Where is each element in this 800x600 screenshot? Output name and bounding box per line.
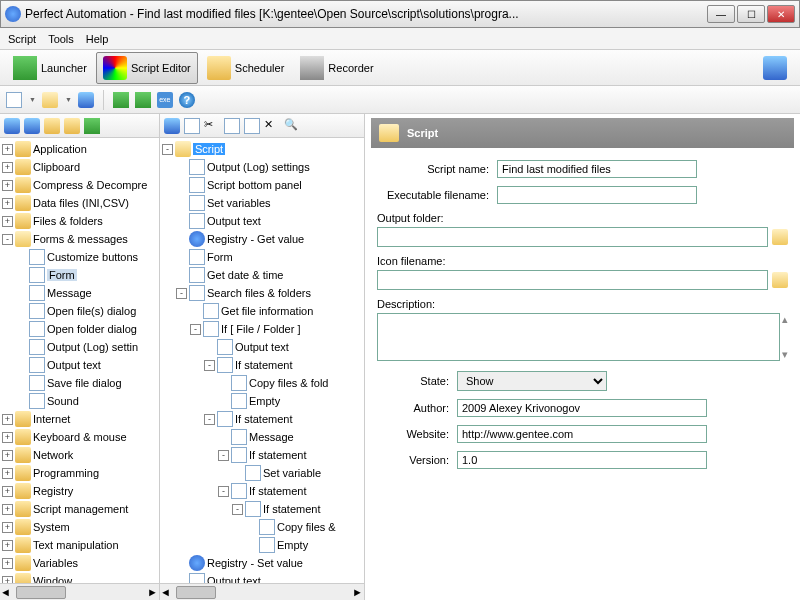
tree-item[interactable]: -Script bbox=[162, 140, 362, 158]
desc-input[interactable] bbox=[377, 313, 780, 361]
expand-icon[interactable]: + bbox=[2, 486, 13, 497]
expand-icon[interactable]: + bbox=[2, 522, 13, 533]
tab-script-editor[interactable]: Script Editor bbox=[96, 52, 198, 84]
expand-icon[interactable]: + bbox=[2, 504, 13, 515]
tool-icon-2[interactable] bbox=[24, 118, 40, 134]
tree-item[interactable]: +Registry bbox=[2, 482, 157, 500]
tree-item[interactable]: Open folder dialog bbox=[2, 320, 157, 338]
tree-item[interactable]: +Files & folders bbox=[2, 212, 157, 230]
tree-item[interactable]: Empty bbox=[162, 392, 362, 410]
tree-item[interactable]: Output text bbox=[2, 356, 157, 374]
menu-tools[interactable]: Tools bbox=[48, 33, 74, 45]
tree-item[interactable]: Output (Log) settings bbox=[162, 158, 362, 176]
expand-icon[interactable]: + bbox=[2, 144, 13, 155]
tool-icon-1[interactable] bbox=[4, 118, 20, 134]
menu-script[interactable]: Script bbox=[8, 33, 36, 45]
tree-item[interactable]: Set variable bbox=[162, 464, 362, 482]
tree-item[interactable]: -If statement bbox=[162, 482, 362, 500]
tree-item[interactable]: Save file dialog bbox=[2, 374, 157, 392]
expand-icon[interactable]: + bbox=[2, 198, 13, 209]
tree-item[interactable]: -Search files & folders bbox=[162, 284, 362, 302]
tree-item[interactable]: Get date & time bbox=[162, 266, 362, 284]
tree-item[interactable]: +Network bbox=[2, 446, 157, 464]
tree-item[interactable]: Copy files & fold bbox=[162, 374, 362, 392]
outfolder-input[interactable] bbox=[377, 227, 768, 247]
expand-icon[interactable]: + bbox=[2, 216, 13, 227]
tree-item[interactable]: Form bbox=[2, 266, 157, 284]
tree-item[interactable]: -If statement bbox=[162, 410, 362, 428]
leftpane-hscroll[interactable]: ◄► bbox=[0, 583, 159, 600]
copy-icon[interactable] bbox=[224, 118, 240, 134]
author-input[interactable] bbox=[457, 399, 707, 417]
back-icon[interactable] bbox=[164, 118, 180, 134]
tree-item[interactable]: -If statement bbox=[162, 356, 362, 374]
tree-item[interactable]: Output (Log) settin bbox=[2, 338, 157, 356]
tree-item[interactable]: -If statement bbox=[162, 500, 362, 518]
execfile-input[interactable] bbox=[497, 186, 697, 204]
settings-button[interactable] bbox=[756, 52, 794, 84]
expand-icon[interactable]: + bbox=[2, 540, 13, 551]
exe-icon[interactable]: exe bbox=[157, 92, 173, 108]
run-icon[interactable] bbox=[113, 92, 129, 108]
tree-item[interactable]: +Clipboard bbox=[2, 158, 157, 176]
tree-item[interactable]: Sound bbox=[2, 392, 157, 410]
state-select[interactable]: Show bbox=[457, 371, 607, 391]
close-button[interactable]: ✕ bbox=[767, 5, 795, 23]
tree-item[interactable]: Customize buttons bbox=[2, 248, 157, 266]
tree-item[interactable]: Output text bbox=[162, 212, 362, 230]
tree-item[interactable]: Form bbox=[162, 248, 362, 266]
open-icon[interactable] bbox=[42, 92, 58, 108]
scroll-up-icon[interactable]: ▴ bbox=[782, 313, 788, 326]
tree-item[interactable]: +Programming bbox=[2, 464, 157, 482]
maximize-button[interactable]: ☐ bbox=[737, 5, 765, 23]
tree-item[interactable]: Output text bbox=[162, 572, 362, 583]
midpane-hscroll[interactable]: ◄► bbox=[160, 583, 364, 600]
insert-icon[interactable] bbox=[84, 118, 100, 134]
expand-icon[interactable]: + bbox=[2, 180, 13, 191]
tree-item[interactable]: Open file(s) dialog bbox=[2, 302, 157, 320]
tree-item[interactable]: Message bbox=[162, 428, 362, 446]
help-icon[interactable]: ? bbox=[179, 92, 195, 108]
expand-icon[interactable]: - bbox=[218, 486, 229, 497]
expand-icon[interactable]: + bbox=[2, 576, 13, 584]
menu-help[interactable]: Help bbox=[86, 33, 109, 45]
expand-icon[interactable]: - bbox=[204, 414, 215, 425]
paste-icon[interactable] bbox=[244, 118, 260, 134]
tool-icon-4[interactable] bbox=[64, 118, 80, 134]
expand-icon[interactable]: - bbox=[232, 504, 243, 515]
tree-item[interactable]: -If [ File / Folder ] bbox=[162, 320, 362, 338]
expand-icon[interactable]: - bbox=[162, 144, 173, 155]
expand-icon[interactable]: + bbox=[2, 450, 13, 461]
tree-item[interactable]: +Script management bbox=[2, 500, 157, 518]
expand-icon[interactable]: - bbox=[204, 360, 215, 371]
tree-item[interactable]: Message bbox=[2, 284, 157, 302]
expand-icon[interactable]: - bbox=[2, 234, 13, 245]
delete-icon[interactable]: ✕ bbox=[264, 118, 280, 134]
tab-launcher[interactable]: Launcher bbox=[6, 52, 94, 84]
cut-icon[interactable]: ✂ bbox=[204, 118, 220, 134]
save-icon[interactable] bbox=[78, 92, 94, 108]
tree-item[interactable]: +Keyboard & mouse bbox=[2, 428, 157, 446]
tree-item[interactable]: Registry - Get value bbox=[162, 230, 362, 248]
new-icon[interactable] bbox=[6, 92, 22, 108]
iconfile-input[interactable] bbox=[377, 270, 768, 290]
expand-icon[interactable]: - bbox=[176, 288, 187, 299]
expand-icon[interactable]: + bbox=[2, 162, 13, 173]
browse-icon-icon[interactable] bbox=[772, 272, 788, 288]
tree-item[interactable]: Set variables bbox=[162, 194, 362, 212]
commands-tree[interactable]: +Application+Clipboard+Compress & Decomp… bbox=[0, 138, 159, 583]
tree-item[interactable]: +Window bbox=[2, 572, 157, 583]
tab-recorder[interactable]: Recorder bbox=[293, 52, 380, 84]
tree-item[interactable]: Copy files & bbox=[162, 518, 362, 536]
tree-item[interactable]: -Forms & messages bbox=[2, 230, 157, 248]
expand-icon[interactable]: - bbox=[190, 324, 201, 335]
scroll-down-icon[interactable]: ▾ bbox=[782, 348, 788, 361]
tree-item[interactable]: -If statement bbox=[162, 446, 362, 464]
tool-icon-3[interactable] bbox=[44, 118, 60, 134]
tree-item[interactable]: +Variables bbox=[2, 554, 157, 572]
script-tree[interactable]: -ScriptOutput (Log) settingsScript botto… bbox=[160, 138, 364, 583]
tree-item[interactable]: Registry - Set value bbox=[162, 554, 362, 572]
expand-icon[interactable]: + bbox=[2, 468, 13, 479]
tree-item[interactable]: +Internet bbox=[2, 410, 157, 428]
tree-item[interactable]: Get file information bbox=[162, 302, 362, 320]
